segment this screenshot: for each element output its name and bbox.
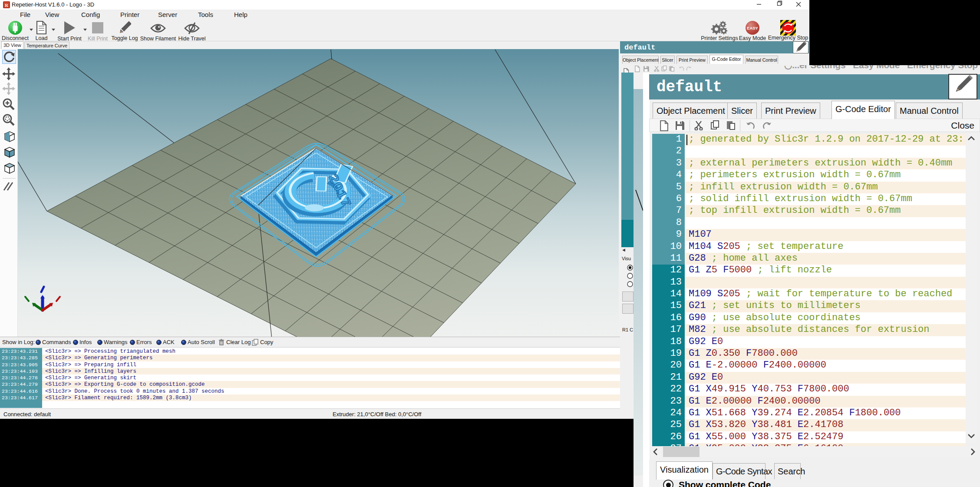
svg-text:EASY: EASY bbox=[747, 26, 759, 30]
svg-text:R: R bbox=[5, 3, 9, 8]
